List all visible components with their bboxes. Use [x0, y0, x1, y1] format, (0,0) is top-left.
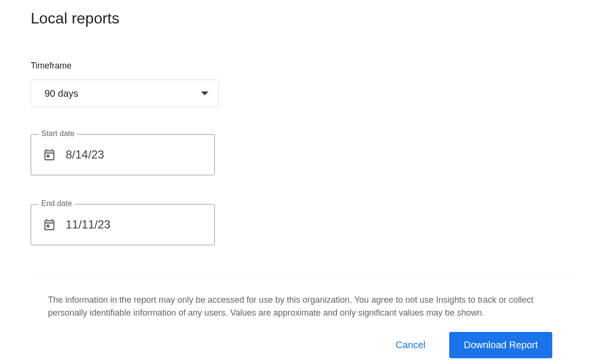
end-date-label: End date: [38, 199, 75, 208]
end-date-field-wrapper: End date 11/11/23: [31, 204, 215, 245]
start-date-label: Start date: [38, 129, 77, 138]
calendar-icon: [43, 218, 56, 231]
end-date-value: 11/11/23: [66, 218, 110, 231]
divider: [31, 274, 570, 274]
timeframe-dropdown[interactable]: 90 days: [31, 80, 219, 107]
cancel-button[interactable]: Cancel: [387, 334, 434, 356]
start-date-input[interactable]: 8/14/23: [31, 134, 215, 175]
page-title: Local reports: [31, 10, 574, 27]
download-report-button[interactable]: Download Report: [449, 332, 552, 358]
start-date-field-wrapper: Start date 8/14/23: [31, 134, 215, 175]
disclaimer-text: The information in the report may only b…: [31, 294, 552, 319]
timeframe-selected-value: 90 days: [45, 88, 78, 99]
calendar-icon: [43, 148, 56, 161]
button-row: Cancel Download Report: [31, 332, 570, 358]
start-date-value: 8/14/23: [66, 148, 104, 161]
dropdown-arrow-icon: [201, 91, 209, 96]
timeframe-label: Timeframe: [31, 61, 574, 71]
end-date-input[interactable]: 11/11/23: [31, 204, 215, 245]
